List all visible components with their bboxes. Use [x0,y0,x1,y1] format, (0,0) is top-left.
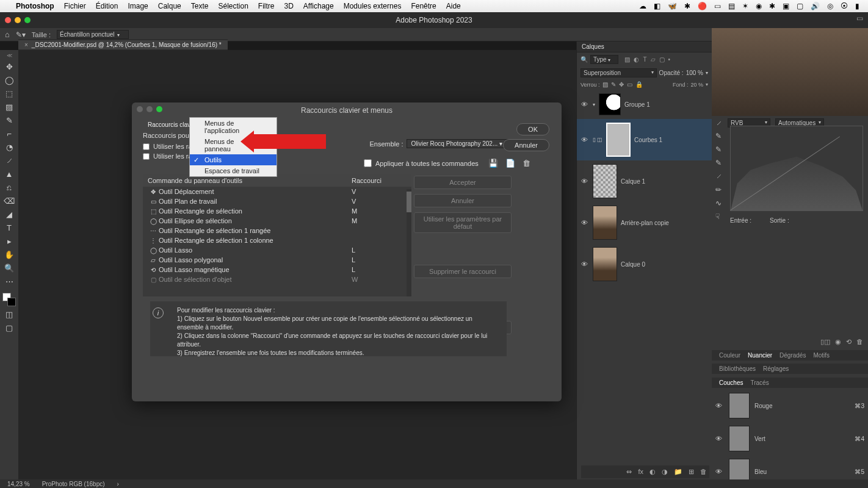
pen-tool[interactable]: ▸ [2,235,16,246]
tab-bibliotheques[interactable]: Bibliothèques [715,364,759,374]
status-icon[interactable]: ✱ [684,2,690,10]
clone-tool[interactable]: ⟋ [2,155,16,166]
battery-icon[interactable]: ▮ [855,2,859,10]
layer-name[interactable]: Groupe 1 [624,101,650,108]
table-row[interactable]: ◯Outil Ellipse de sélectionM [143,216,411,226]
opacity-caret-icon[interactable]: ▾ [706,70,708,76]
filter-smart-icon[interactable]: ▢ [659,56,665,63]
channel-row[interactable]: 👁 Vert ⌘4 [712,422,868,455]
channel-thumb[interactable] [729,426,750,451]
table-row[interactable]: ⬚Outil Rectangle de sélectionM [143,206,411,216]
filter-type-icon[interactable]: T [643,56,646,63]
filter-toggle-icon[interactable]: • [668,56,671,63]
fill-value[interactable]: 20 % [690,82,703,88]
workspace-switcher-icon[interactable]: ▭ [856,14,863,23]
smooth-icon[interactable]: ∿ [715,199,723,207]
ok-button[interactable]: OK [516,123,549,135]
shortcut-cell[interactable]: W [352,276,407,283]
layer-mask-thumb[interactable] [599,93,621,115]
opacity-value[interactable]: 100 % [686,70,703,76]
use-legacy2-checkbox[interactable] [143,153,150,160]
tab-couches[interactable]: Couches [715,378,747,388]
zoom-tool[interactable]: 🔍 [2,262,16,273]
zoom-level[interactable]: 14,23 % [7,481,30,487]
adjustment-icon[interactable]: ◑ [662,468,668,476]
wifi-icon[interactable]: ⦿ [841,2,848,10]
table-scrollbar[interactable] [407,189,411,296]
link-icon[interactable]: ▯ [593,137,596,143]
menu-texte[interactable]: Texte [191,2,209,10]
status-caret-icon[interactable]: › [117,481,119,487]
status-icon[interactable]: ◎ [827,2,833,10]
gradient-tool[interactable]: ▲ [2,168,16,179]
lasso-tool[interactable]: ⬚ [2,88,16,99]
visibility-toggle[interactable]: 👁 [579,178,589,185]
lock-position-icon[interactable]: ✥ [619,81,624,88]
visibility-toggle[interactable]: 👁 [579,101,589,108]
link-layers-icon[interactable]: ⇔ [626,468,632,476]
filter-pixel-icon[interactable]: ▨ [624,56,630,63]
menu-aide[interactable]: Aide [446,2,461,10]
visibility-toggle[interactable]: 👁 [579,219,589,226]
lock-paint-icon[interactable]: ✎ [611,81,616,88]
table-row[interactable]: ⟲Outil Lasso magnétiqueL [143,265,411,274]
tab-couleur[interactable]: Couleur [715,350,744,361]
status-icon[interactable]: ▭ [714,2,721,10]
color-swatches[interactable] [2,293,16,306]
eraser-tool[interactable]: ⌫ [2,195,16,206]
table-row[interactable]: ▱Outil Lasso polygonalL [143,255,411,265]
collapse-toolbar-icon[interactable]: ≪ [7,52,12,59]
maximize-dialog[interactable] [156,106,162,112]
close-window[interactable] [5,17,11,23]
color-profile[interactable]: ProPhoto RGB (16bpc) [42,481,105,487]
fill-caret-icon[interactable]: ▾ [706,82,708,87]
layer-filter-type[interactable]: Type ▾ [590,55,618,64]
shortcut-cell[interactable]: L [352,256,407,264]
visibility-toggle[interactable]: 👁 [579,136,589,143]
shortcut-cell[interactable]: V [352,198,407,205]
hand-tool[interactable]: ✋ [2,249,16,260]
background-color[interactable] [7,298,16,306]
hand-icon[interactable]: ☟ [715,212,723,221]
visibility-toggle[interactable]: 👁 [715,435,724,442]
blend-mode-select[interactable]: Superposition▾ [580,68,657,77]
dropdown-option-selected[interactable]: Outils [190,154,277,165]
history-brush-tool[interactable]: ⎌ [2,182,16,193]
menu-calque[interactable]: Calque [158,2,181,10]
filter-adjustment-icon[interactable]: ◐ [634,56,639,63]
layer-row-calque0[interactable]: 👁 Calque 0 [577,243,712,285]
document-tab[interactable]: × _DSC2001-Modifier.psd @ 14,2% (Courbes… [18,40,228,49]
undo-button[interactable]: Annuler [414,194,512,207]
tab-nuancier[interactable]: Nuancier [744,350,776,361]
delete-set-icon[interactable]: 🗑 [523,159,530,168]
dropdown-option[interactable]: Menus de l'application [190,118,277,136]
ensemble-select[interactable]: Olivier Rocq Photography 202... ▾ [407,139,513,148]
channel-thumb[interactable] [729,393,750,418]
menu-image[interactable]: Image [128,2,148,10]
delete-layer-icon[interactable]: 🗑 [700,468,707,476]
tab-traces[interactable]: Tracés [747,378,772,388]
status-icon[interactable]: 🦋 [668,2,677,10]
status-icon[interactable]: ✶ [742,2,748,10]
table-row[interactable]: ◯Outil LassoL [143,245,411,255]
layer-row-bgcopy[interactable]: 👁 Arrière-plan copie [577,202,712,243]
menu-3d[interactable]: 3D [284,2,294,10]
layer-name[interactable]: Arrière-plan copie [621,220,669,226]
status-icon[interactable]: ▣ [783,2,789,10]
table-row[interactable]: ▭Outil Plan de travailV [143,196,411,206]
layer-row-calque1[interactable]: 👁 Calque 1 [577,160,712,202]
shortcut-cell[interactable]: M [352,217,407,224]
table-row[interactable]: ⋮Outil Rectangle de sélection 1 colonne [143,235,411,245]
lock-pixels-icon[interactable]: ▨ [602,81,608,88]
reset-icon[interactable]: ⟲ [846,338,852,346]
screenmode-tool[interactable]: ▢ [2,322,16,333]
folder-icon[interactable]: 📁 [674,468,682,476]
marquee-tool[interactable]: ◯ [2,74,16,85]
status-icon[interactable]: ✱ [769,2,775,10]
menu-edition[interactable]: Édition [96,2,118,10]
menu-fichier[interactable]: Fichier [64,2,86,10]
accept-button[interactable]: Accepter [414,176,512,189]
tool-preset-icon[interactable]: ✎▾ [16,30,26,39]
menu-fenetre[interactable]: Fenêtre [411,2,436,10]
status-icon[interactable]: ▤ [728,2,735,10]
